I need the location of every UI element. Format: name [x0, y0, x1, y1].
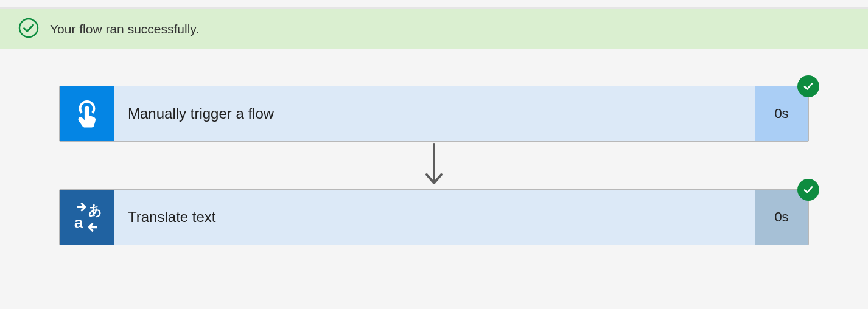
touch-icon — [60, 86, 114, 141]
checkmark-circle-icon — [18, 18, 39, 41]
flow-step-trigger[interactable]: Manually trigger a flow 0s — [59, 86, 809, 142]
svg-text:あ: あ — [88, 203, 102, 218]
flow-step-title: Translate text — [114, 190, 755, 245]
flow-step-duration: 0s — [755, 86, 808, 141]
svg-text:a: a — [74, 214, 83, 232]
svg-point-0 — [19, 19, 38, 37]
status-success-icon — [797, 179, 819, 201]
success-message: Your flow ran successfully. — [50, 22, 199, 36]
flow-step-duration: 0s — [755, 190, 808, 245]
translate-icon: a あ — [60, 190, 114, 245]
flow-canvas: Manually trigger a flow 0s a あ — [0, 49, 868, 245]
flow-connector — [59, 142, 809, 189]
status-success-icon — [797, 75, 819, 97]
flow-step-translate[interactable]: a あ Translate text 0s — [59, 189, 809, 245]
flow-step-title: Manually trigger a flow — [114, 86, 755, 141]
success-banner: Your flow ran successfully. — [0, 9, 868, 49]
